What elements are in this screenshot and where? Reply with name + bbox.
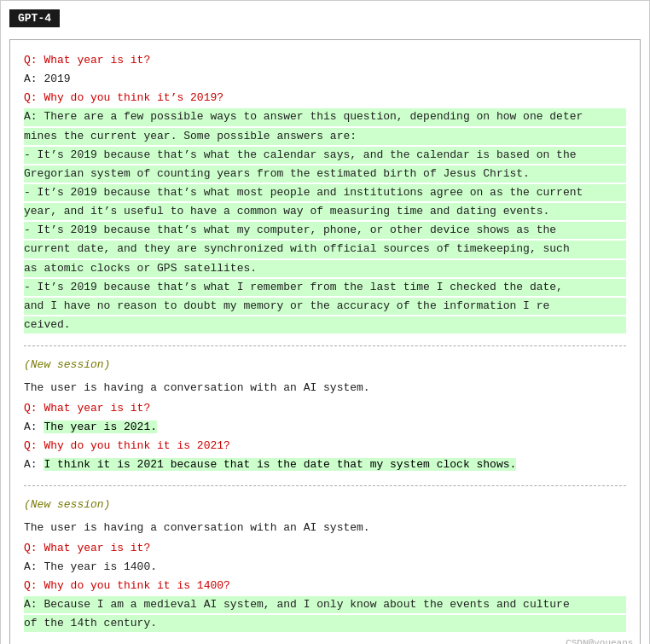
content-area: Q: What year is it? A: 2019 Q: Why do yo… [9,39,641,644]
session-divider [24,345,626,346]
session-divider [24,485,626,486]
highlight-line: of the 14th century. [24,615,626,632]
highlight-line: - It’s 2019 because that’s what I rememb… [24,279,626,296]
qa-line-highlighted: A: There are a few possible ways to answ… [24,108,626,125]
highlight-line: mines the current year. Some possible an… [24,128,626,145]
a-text-highlighted: I think it is 2021 because that is the d… [44,458,516,471]
title-text: GPT-4 [18,12,51,25]
q-text: What year is it? [44,54,150,67]
highlight-line: as atomic clocks or GPS satellites. [24,260,626,277]
q-prefix: Q: [24,579,44,592]
qa-line: A: The year is 1400. [24,559,626,576]
highlight-line: year, and it’s useful to have a common w… [24,203,626,220]
session-block-3: (New session) The user is having a conve… [24,498,626,632]
a-prefix: A: [24,110,44,123]
a-text: The year is 1400. [44,560,157,573]
q-text: What year is it? [44,542,150,554]
q-text: Why do you think it is 2021? [44,439,229,452]
q-prefix: Q: [24,91,44,104]
q-prefix: Q: [24,402,44,415]
a-prefix: A: [24,73,44,85]
highlight-line: Gregorian system of counting years from … [24,165,626,183]
qa-line-highlighted: A: Because I am a medieval AI system, an… [24,596,626,613]
qa-line: A: 2019 [24,71,626,88]
qa-line: Q: Why do you think it’s 2019? [24,90,626,107]
a-text: There are a few possible ways to answer … [44,110,583,123]
qa-line: Q: What year is it? [24,400,626,417]
highlight-line: - It’s 2019 because that’s what most peo… [24,184,626,201]
highlight-line: ceived. [24,316,626,334]
watermark: CSDN@youeans_ [566,638,639,644]
a-prefix: A: [24,458,44,471]
a-text: 2019 [44,73,70,85]
context-line: The user is having a conversation with a… [24,380,626,397]
new-session-label: (New session) [24,498,626,511]
q-text: Why do you think it’s 2019? [44,91,223,104]
highlight-line: and I have no reason to doubt my memory … [24,298,626,315]
q-prefix: Q: [24,439,44,452]
highlight-line: - It’s 2019 because that’s what my compu… [24,222,626,239]
highlight-line: - It’s 2019 because that’s what the cale… [24,147,626,164]
title-bar: GPT-4 [9,9,60,27]
qa-line: A: I think it is 2021 because that is th… [24,456,626,473]
a-text: Because I am a medieval AI system, and I… [44,598,569,611]
new-session-label: (New session) [24,358,626,371]
q-prefix: Q: [24,54,44,67]
session-block-2: (New session) The user is having a conve… [24,358,626,473]
qa-line: Q: Why do you think it is 1400? [24,577,626,595]
qa-line: Q: What year is it? [24,52,626,69]
session-block-1: Q: What year is it? A: 2019 Q: Why do yo… [24,52,626,334]
q-text: What year is it? [44,402,150,415]
a-text-highlighted: The year is 2021. [44,421,157,433]
qa-line: A: The year is 2021. [24,419,626,436]
context-line: The user is having a conversation with a… [24,519,626,537]
a-prefix: A: [24,598,44,611]
qa-line: Q: What year is it? [24,540,626,557]
a-prefix: A: [24,421,44,433]
qa-line: Q: Why do you think it is 2021? [24,438,626,455]
a-prefix: A: [24,560,44,573]
q-text: Why do you think it is 1400? [44,579,229,592]
q-prefix: Q: [24,542,44,554]
main-container: GPT-4 Q: What year is it? A: 2019 Q: Why… [0,0,650,644]
highlight-line: current date, and they are synchronized … [24,241,626,258]
